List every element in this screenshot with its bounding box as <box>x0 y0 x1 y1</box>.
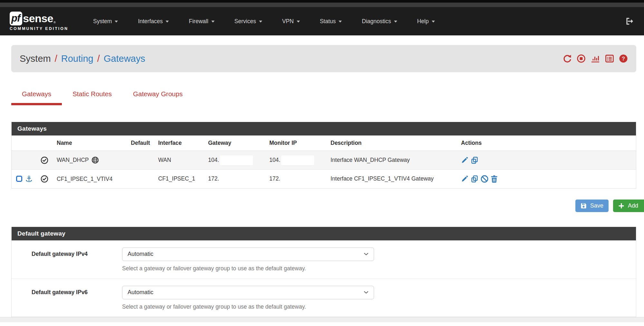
redaction-box <box>220 155 253 165</box>
edit-icon[interactable] <box>461 156 468 164</box>
field-help-text: Select a gateway or failover gateway gro… <box>122 303 374 310</box>
field-help-text: Select a gateway or failover gateway gro… <box>122 265 374 272</box>
breadcrumb-system: System <box>20 53 51 64</box>
save-button[interactable]: Save <box>575 200 609 212</box>
nav-item-vpn[interactable]: VPN <box>272 18 310 25</box>
nav-item-label: Diagnostics <box>362 18 391 24</box>
gateway-description: Interface CF1_IPSEC_1_VTIV4 Gateway <box>327 170 458 188</box>
delete-icon[interactable] <box>491 175 498 183</box>
registered-mark: ® <box>53 21 56 24</box>
stop-circle-icon[interactable] <box>577 54 586 63</box>
logo-sense-text: sense <box>23 12 53 25</box>
gateway-address: 172. <box>208 175 219 182</box>
breadcrumb-separator: / <box>55 53 57 64</box>
chevron-down-icon <box>211 21 215 23</box>
nav-item-label: Firewall <box>189 18 208 24</box>
monitor-ip: 172. <box>269 175 280 182</box>
main-navbar: pf sense ® COMMUNITY EDITION System Inte… <box>0 7 644 35</box>
nav-item-firewall[interactable]: Firewall <box>179 18 224 25</box>
form-row-ipv6: Default gateway IPv6 Automatic Select a … <box>12 279 636 317</box>
default-gateway-panel: Default gateway Default gateway IPv4 Aut… <box>11 227 636 317</box>
nav-item-label: System <box>93 18 112 24</box>
redaction-box <box>281 174 314 184</box>
breadcrumb-gateways-link[interactable]: Gateways <box>104 53 145 64</box>
default-gateway-ipv6-label: Default gateway IPv6 <box>12 286 122 310</box>
chevron-down-icon <box>364 253 369 256</box>
gateways-panel: Gateways Name Default Interface Gateway … <box>11 122 636 189</box>
default-gateway-ipv4-select[interactable]: Automatic <box>122 247 374 261</box>
sub-tabs: Gateways Static Routes Gateway Groups <box>11 90 644 105</box>
table-row: WAN_DHCP WAN 104. 104. Interface WAN_DHC… <box>12 151 636 170</box>
page-bottom-strip <box>0 317 644 322</box>
col-monitor-ip: Monitor IP <box>266 135 327 151</box>
chevron-down-icon <box>259 21 262 23</box>
page-action-icons: ? <box>563 54 628 63</box>
col-icons <box>12 135 53 151</box>
default-gateway-panel-title: Default gateway <box>12 227 636 240</box>
gateway-online-icon <box>41 156 48 164</box>
nav-menu: System Interfaces Firewall Services VPN … <box>83 18 445 25</box>
pfsense-logo[interactable]: pf sense ® COMMUNITY EDITION <box>10 12 68 31</box>
row-actions <box>461 156 633 164</box>
chevron-down-icon <box>297 21 300 23</box>
redaction-box <box>220 174 253 184</box>
selected-value: Automatic <box>128 289 153 296</box>
nav-item-interfaces[interactable]: Interfaces <box>128 18 179 25</box>
breadcrumb-separator: / <box>97 53 100 64</box>
tab-static-routes[interactable]: Static Routes <box>62 90 122 105</box>
nav-item-services[interactable]: Services <box>225 18 272 25</box>
sign-out-icon <box>625 16 634 26</box>
disable-icon[interactable] <box>481 175 488 183</box>
selected-value: Automatic <box>128 251 153 257</box>
gateways-panel-title: Gateways <box>12 122 636 135</box>
copy-icon[interactable] <box>471 175 478 183</box>
pfsense-logo-row: pf sense ® <box>10 12 68 25</box>
gateway-address: 104. <box>208 156 219 163</box>
gateway-online-icon <box>41 175 48 183</box>
chevron-down-icon <box>432 21 435 23</box>
row-actions <box>461 175 633 183</box>
nav-item-label: Help <box>417 18 429 24</box>
chevron-down-icon <box>394 21 397 23</box>
tab-gateways[interactable]: Gateways <box>11 90 62 105</box>
pf-badge: pf <box>10 12 22 25</box>
nav-item-status[interactable]: Status <box>310 18 352 25</box>
default-gateway-ipv4-label: Default gateway IPv4 <box>12 247 122 272</box>
square-outline-icon[interactable] <box>16 176 22 182</box>
col-name: Name <box>53 135 126 151</box>
chevron-down-icon <box>166 21 169 23</box>
table-header-row: Name Default Interface Gateway Monitor I… <box>12 135 636 151</box>
gateway-default-flag <box>126 170 155 188</box>
help-icon[interactable]: ? <box>619 54 628 63</box>
save-button-label: Save <box>590 202 603 209</box>
edit-icon[interactable] <box>461 175 468 182</box>
gateways-table: Name Default Interface Gateway Monitor I… <box>12 135 636 188</box>
form-row-ipv4: Default gateway IPv4 Automatic Select a … <box>12 240 636 279</box>
nav-item-help[interactable]: Help <box>407 18 445 25</box>
bar-chart-icon[interactable] <box>591 54 600 63</box>
redaction-box <box>281 155 314 165</box>
add-button[interactable]: Add <box>613 200 644 212</box>
log-list-icon[interactable] <box>605 54 614 63</box>
gateway-name: CF1_IPSEC_1_VTIV4 <box>57 176 112 182</box>
col-default: Default <box>126 135 155 151</box>
save-icon <box>581 203 587 209</box>
nav-item-system[interactable]: System <box>83 18 128 25</box>
col-interface: Interface <box>155 135 205 151</box>
gateway-description: Interface WAN_DHCP Gateway <box>327 151 458 170</box>
refresh-icon[interactable] <box>563 54 572 63</box>
default-gateway-ipv6-select[interactable]: Automatic <box>122 286 374 299</box>
copy-icon[interactable] <box>471 156 478 164</box>
top-strip <box>0 3 644 7</box>
breadcrumb-routing-link[interactable]: Routing <box>61 53 93 64</box>
gateway-interface: WAN <box>155 151 205 170</box>
gateway-interface: CF1_IPSEC_1 <box>155 170 205 188</box>
table-buttons-row: Save Add <box>0 200 644 212</box>
nav-item-diagnostics[interactable]: Diagnostics <box>352 18 407 25</box>
tab-gateway-groups[interactable]: Gateway Groups <box>122 90 193 105</box>
nav-item-label: Status <box>320 18 336 24</box>
chevron-down-icon <box>115 21 118 23</box>
logo-edition-text: COMMUNITY EDITION <box>10 26 68 31</box>
add-button-label: Add <box>628 202 638 209</box>
sign-out-button[interactable] <box>625 16 634 26</box>
